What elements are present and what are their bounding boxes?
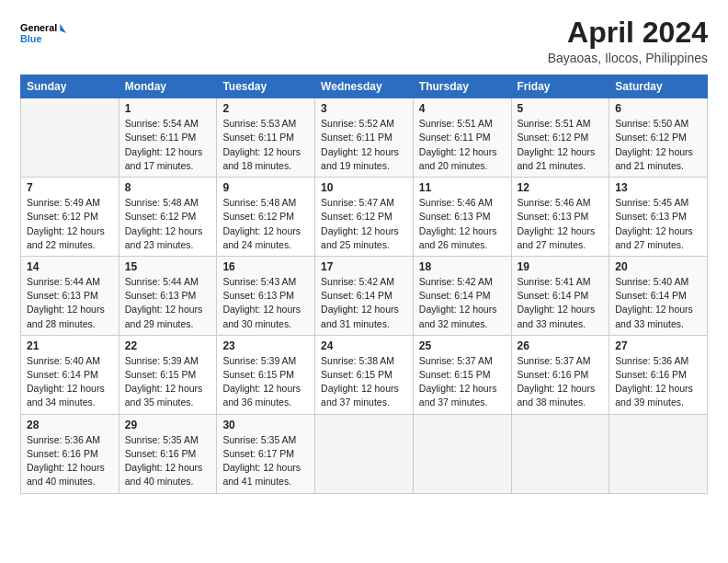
week-row-1: 1Sunrise: 5:54 AMSunset: 6:11 PMDaylight… (21, 98, 708, 178)
calendar-cell (413, 414, 511, 493)
day-number: 14 (27, 260, 113, 273)
day-info: Sunrise: 5:36 AMSunset: 6:16 PMDaylight:… (615, 354, 701, 410)
sub-title: Bayaoas, Ilocos, Philippines (548, 51, 708, 65)
day-number: 20 (615, 260, 701, 273)
day-info: Sunrise: 5:37 AMSunset: 6:16 PMDaylight:… (518, 354, 604, 410)
header-tuesday: Tuesday (217, 75, 315, 98)
calendar-cell: 15Sunrise: 5:44 AMSunset: 6:13 PMDayligh… (119, 256, 217, 335)
calendar-cell: 19Sunrise: 5:41 AMSunset: 6:14 PMDayligh… (511, 256, 609, 335)
day-number: 18 (419, 260, 506, 273)
calendar-cell: 3Sunrise: 5:52 AMSunset: 6:11 PMDaylight… (315, 98, 414, 178)
day-number: 27 (615, 339, 701, 352)
calendar-cell (315, 414, 414, 493)
calendar-cell: 25Sunrise: 5:37 AMSunset: 6:15 PMDayligh… (413, 335, 511, 414)
day-number: 30 (222, 419, 309, 431)
day-info: Sunrise: 5:39 AMSunset: 6:15 PMDaylight:… (222, 354, 309, 410)
calendar-cell: 16Sunrise: 5:43 AMSunset: 6:13 PMDayligh… (217, 256, 315, 335)
week-row-4: 21Sunrise: 5:40 AMSunset: 6:14 PMDayligh… (21, 335, 708, 414)
calendar-cell: 14Sunrise: 5:44 AMSunset: 6:13 PMDayligh… (21, 256, 119, 335)
day-info: Sunrise: 5:53 AMSunset: 6:11 PMDaylight:… (222, 117, 309, 173)
calendar-table: SundayMondayTuesdayWednesdayThursdayFrid… (20, 75, 708, 493)
calendar-header-row: SundayMondayTuesdayWednesdayThursdayFrid… (21, 75, 708, 98)
day-number: 15 (125, 260, 211, 273)
day-info: Sunrise: 5:47 AMSunset: 6:12 PMDaylight:… (321, 196, 407, 252)
day-info: Sunrise: 5:37 AMSunset: 6:15 PMDaylight:… (419, 354, 506, 410)
day-number: 25 (419, 339, 506, 352)
week-row-3: 14Sunrise: 5:44 AMSunset: 6:13 PMDayligh… (21, 256, 708, 335)
calendar-cell: 18Sunrise: 5:42 AMSunset: 6:14 PMDayligh… (413, 256, 511, 335)
week-row-2: 7Sunrise: 5:49 AMSunset: 6:12 PMDaylight… (21, 178, 708, 257)
day-number: 11 (419, 181, 506, 194)
day-number: 4 (419, 102, 506, 115)
day-info: Sunrise: 5:41 AMSunset: 6:14 PMDaylight:… (518, 275, 604, 331)
day-info: Sunrise: 5:44 AMSunset: 6:13 PMDaylight:… (125, 275, 211, 331)
calendar-cell: 6Sunrise: 5:50 AMSunset: 6:12 PMDaylight… (609, 98, 708, 178)
day-number: 9 (222, 181, 309, 194)
svg-text:General: General (20, 22, 57, 33)
day-info: Sunrise: 5:45 AMSunset: 6:13 PMDaylight:… (615, 196, 701, 252)
calendar-cell: 29Sunrise: 5:35 AMSunset: 6:16 PMDayligh… (119, 414, 217, 493)
week-row-5: 28Sunrise: 5:36 AMSunset: 6:16 PMDayligh… (21, 414, 708, 493)
day-info: Sunrise: 5:43 AMSunset: 6:13 PMDaylight:… (222, 275, 309, 331)
header-sunday: Sunday (21, 75, 119, 98)
calendar-cell: 24Sunrise: 5:38 AMSunset: 6:15 PMDayligh… (315, 335, 414, 414)
day-number: 23 (222, 339, 309, 352)
day-number: 19 (518, 260, 604, 273)
calendar-cell: 21Sunrise: 5:40 AMSunset: 6:14 PMDayligh… (21, 335, 119, 414)
day-info: Sunrise: 5:48 AMSunset: 6:12 PMDaylight:… (125, 196, 211, 252)
day-number: 22 (125, 339, 211, 352)
day-info: Sunrise: 5:35 AMSunset: 6:16 PMDaylight:… (125, 433, 211, 489)
day-info: Sunrise: 5:44 AMSunset: 6:13 PMDaylight:… (27, 275, 113, 331)
day-info: Sunrise: 5:39 AMSunset: 6:15 PMDaylight:… (125, 354, 211, 410)
svg-text:Blue: Blue (20, 33, 41, 44)
header-wednesday: Wednesday (315, 75, 414, 98)
calendar-cell: 1Sunrise: 5:54 AMSunset: 6:11 PMDaylight… (119, 98, 217, 178)
calendar-cell (609, 414, 708, 493)
calendar-cell: 8Sunrise: 5:48 AMSunset: 6:12 PMDaylight… (119, 178, 217, 257)
page: General Blue April 2024 Bayaoas, Ilocos,… (0, 0, 728, 563)
day-number: 5 (518, 102, 604, 115)
calendar-cell: 10Sunrise: 5:47 AMSunset: 6:12 PMDayligh… (315, 178, 414, 257)
day-number: 8 (125, 181, 211, 194)
calendar-cell: 20Sunrise: 5:40 AMSunset: 6:14 PMDayligh… (609, 256, 708, 335)
title-block: April 2024 Bayaoas, Ilocos, Philippines (548, 17, 708, 65)
day-number: 13 (615, 181, 701, 194)
day-info: Sunrise: 5:40 AMSunset: 6:14 PMDaylight:… (615, 275, 701, 331)
day-number: 16 (222, 260, 309, 273)
day-info: Sunrise: 5:40 AMSunset: 6:14 PMDaylight:… (27, 354, 113, 410)
calendar-cell: 12Sunrise: 5:46 AMSunset: 6:13 PMDayligh… (511, 178, 609, 257)
calendar-cell (511, 414, 609, 493)
day-number: 21 (27, 339, 113, 352)
calendar-cell: 5Sunrise: 5:51 AMSunset: 6:12 PMDaylight… (511, 98, 609, 178)
calendar-cell: 28Sunrise: 5:36 AMSunset: 6:16 PMDayligh… (21, 414, 119, 493)
header-saturday: Saturday (609, 75, 708, 98)
day-info: Sunrise: 5:42 AMSunset: 6:14 PMDaylight:… (321, 275, 407, 331)
calendar-cell: 4Sunrise: 5:51 AMSunset: 6:11 PMDaylight… (413, 98, 511, 178)
day-number: 2 (222, 102, 309, 115)
calendar-cell: 13Sunrise: 5:45 AMSunset: 6:13 PMDayligh… (609, 178, 708, 257)
calendar-cell: 23Sunrise: 5:39 AMSunset: 6:15 PMDayligh… (217, 335, 315, 414)
day-number: 1 (125, 102, 211, 115)
day-info: Sunrise: 5:35 AMSunset: 6:17 PMDaylight:… (222, 433, 309, 489)
main-title: April 2024 (548, 17, 708, 49)
calendar-cell: 9Sunrise: 5:48 AMSunset: 6:12 PMDaylight… (217, 178, 315, 257)
header-friday: Friday (511, 75, 609, 98)
day-info: Sunrise: 5:51 AMSunset: 6:12 PMDaylight:… (518, 117, 604, 173)
day-info: Sunrise: 5:50 AMSunset: 6:12 PMDaylight:… (615, 117, 701, 173)
day-info: Sunrise: 5:54 AMSunset: 6:11 PMDaylight:… (125, 117, 211, 173)
calendar-cell: 27Sunrise: 5:36 AMSunset: 6:16 PMDayligh… (609, 335, 708, 414)
day-info: Sunrise: 5:49 AMSunset: 6:12 PMDaylight:… (27, 196, 113, 252)
day-number: 26 (518, 339, 604, 352)
logo-svg: General Blue (20, 17, 66, 50)
header-thursday: Thursday (413, 75, 511, 98)
calendar-cell: 30Sunrise: 5:35 AMSunset: 6:17 PMDayligh… (217, 414, 315, 493)
day-info: Sunrise: 5:52 AMSunset: 6:11 PMDaylight:… (321, 117, 407, 173)
svg-marker-2 (60, 24, 66, 33)
day-number: 17 (321, 260, 407, 273)
day-number: 29 (125, 419, 211, 431)
header-monday: Monday (119, 75, 217, 98)
day-info: Sunrise: 5:51 AMSunset: 6:11 PMDaylight:… (419, 117, 506, 173)
day-number: 12 (518, 181, 604, 194)
calendar-cell: 17Sunrise: 5:42 AMSunset: 6:14 PMDayligh… (315, 256, 414, 335)
day-info: Sunrise: 5:36 AMSunset: 6:16 PMDaylight:… (27, 433, 113, 489)
